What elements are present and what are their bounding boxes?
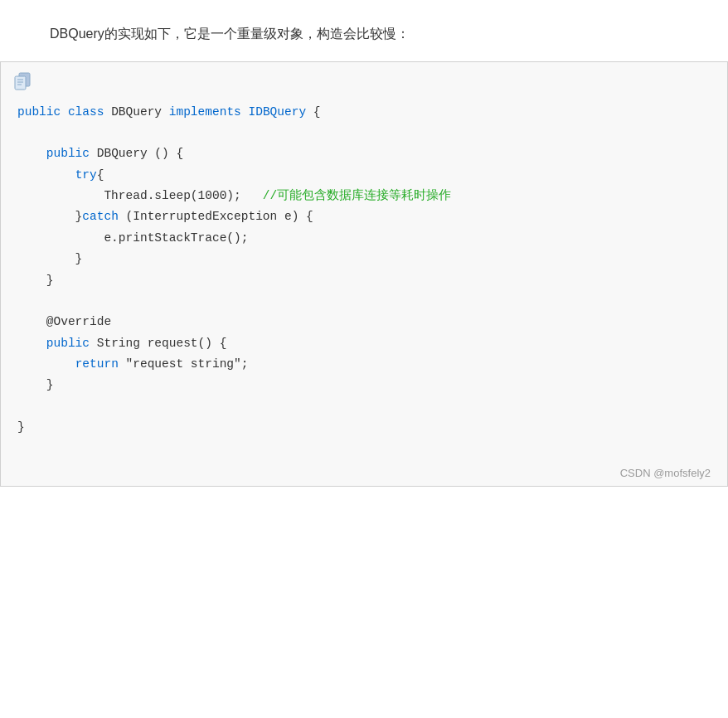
comment-text: //可能包含数据库连接等耗时操作 [263,189,451,202]
intro-section: DBQuery的实现如下，它是一个重量级对象，构造会比较慢： [0,0,728,61]
intro-text: DBQuery的实现如下，它是一个重量级对象，构造会比较慢： [0,0,728,61]
footer: CSDN @mofsfely2 [1,455,727,486]
constructor-name: DBQuery [97,147,148,160]
code-container: public class DBQuery implements IDBQuery… [0,61,728,487]
keyword-catch: catch [82,210,119,223]
keyword-public2: public [46,147,90,160]
svg-rect-1 [15,76,26,90]
footer-text: CSDN @mofsfely2 [620,467,711,479]
interface-name: IDBQuery [248,105,306,119]
copy-icon[interactable] [12,70,36,94]
keyword-class: class [68,105,104,119]
code-block: public class DBQuery implements IDBQuery… [1,99,727,455]
keyword-public: public [17,105,61,119]
keyword-public3: public [46,337,90,350]
classname: DBQuery [111,105,162,119]
keyword-implements: implements [169,105,241,119]
keyword-try: try [75,168,97,182]
keyword-return: return [75,357,119,371]
copy-icon-area[interactable] [1,62,727,99]
brace-open: { [313,105,321,119]
